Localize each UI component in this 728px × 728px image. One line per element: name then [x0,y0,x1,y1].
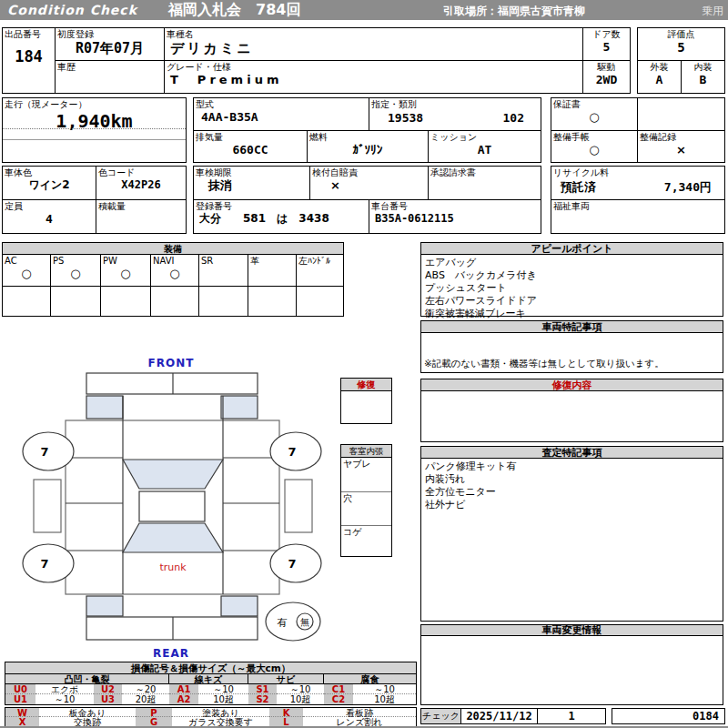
equipment-col-ac: AC ○ [3,255,51,286]
legend-value: ～20 [122,684,169,694]
cabin-interior-row-label: コゲ [341,526,391,538]
score-cell: 評価点 5 [638,28,724,61]
legend-group-dents: 凸凹・亀裂 [5,674,169,684]
model-code-value: 4AA-B35A [194,110,369,125]
appeal-header: アピールポイント [420,242,723,255]
model-code-label: 型式 [194,98,369,110]
equipment-col-pw: PW ○ [101,255,151,286]
assessment-line: 社外ナビ [425,499,719,511]
legend-value: 看板跡 [303,708,416,717]
legend-value-text: ～10 [290,684,311,694]
mileage-label: 走行（現メーター） [3,98,186,110]
equipment-label: AC [3,255,50,267]
grade-label: グレード・仕様 [165,61,582,73]
approval-label: 承認請求書 [429,167,541,178]
legend-code: U0 [5,684,35,694]
repair-detail-body [420,391,723,442]
cabin-interior-box: 客室内張 ヤブレ 穴 コゲ [340,444,392,557]
equipment-title: 装備 [3,243,343,255]
maintenance-record-cell: 整備記録 × [638,131,724,163]
lot-number-label: 出品番号 [3,28,55,40]
legend-code: P [136,708,172,717]
maintenance-record-value: × [638,143,724,157]
legend-code: U3 [94,694,122,704]
insurance-value: × [310,178,428,193]
legend-code: U1 [5,694,35,704]
legend-code: K [269,708,303,717]
legend-value: エクボ [35,684,94,694]
change-info-body [420,636,723,705]
model-name-label: 車種名 [165,28,582,40]
mileage-divider-solid [3,139,186,140]
damage-legend-table: 損傷記号＆損傷サイズ（～最大cm） 凸凹・亀裂 線キズ サビ 腐食 U0 エクボ… [5,662,417,705]
equipment-mark: ○ [3,267,50,281]
equipment-label: 革 [248,255,296,267]
appeal-line: 左右パワースライドドア [425,295,719,308]
mileage-box: 走行（現メーター） 1,940km [2,97,187,163]
cabin-interior-title-text: 客室内張 [349,446,384,456]
pickup-location: 引取場所：福岡県古賀市青柳 [443,4,585,19]
lot-number-value: 184 [3,47,55,66]
legend-group-label: サビ [277,674,295,684]
diagram-rear-label: REAR [153,647,189,660]
legend-value-text: 10超 [213,694,234,704]
recycle-table: リサイクル料 預託済 7,340円 福祉車両 [551,166,725,234]
equipment-col-sr: SR [199,255,248,286]
tread-depth-front-right: 7 [288,445,296,459]
equipment-label: SR [199,255,248,267]
legend-code: A1 [169,684,198,694]
cabin-interior-row-label: 穴 [341,492,391,504]
equipment-empty-cell [199,287,248,317]
legend-value-text: 20超 [136,694,157,704]
legend-title: 損傷記号＆損傷サイズ（～最大cm） [5,662,416,674]
score-value: 5 [638,40,724,56]
legend-value: ～10 [198,684,248,694]
change-info-header: 車両変更情報 [420,624,723,636]
title-bar: Condition Check 福岡入札会 784回 引取場所：福岡県古賀市青柳… [0,0,728,20]
check-count-cell: 1 [538,709,605,723]
legend-group-rust: サビ [248,674,324,684]
legend-value-text: 10超 [374,694,395,704]
exterior-grade-value: A [638,73,681,87]
transmission-value: AT [429,143,541,157]
registration-number-value: 大分 581 は 3438 [194,212,369,225]
tread-depth-front-left: 7 [40,445,48,459]
interior-grade-value: B [682,73,724,87]
legend-code-text: U2 [101,684,115,694]
legend-value: 10超 [277,694,324,704]
legend-code-text: U0 [14,684,27,694]
assessment-notes-header: 査定特記事項 [420,446,723,459]
doors-cell: ドア数 5 [583,28,630,61]
legend-code-text: C1 [332,684,345,694]
drive-cell: 駆動 2WD [583,61,630,93]
maintenance-book-value: ○ [551,143,637,157]
score-box: 評価点 5 外装 A 内装 B [637,27,725,94]
presence-no-label: 無 [300,617,309,627]
legend-group-corrosion: 腐食 [324,674,416,684]
appeal-body: エアバッグ ABS バックカメラ付き プッシュスタート 左右パワースライドドア … [420,255,723,317]
brand-logo: Condition Check [7,3,137,17]
equipment-mark: ○ [51,267,100,281]
warranty-value: ○ [551,110,637,125]
equipment-label: NAVI [151,255,198,267]
vehicle-notes-header: 車両特記事項 [420,320,723,333]
documents-table: 保証書 ○ 整備手帳 ○ 整備記録 × [551,97,725,163]
capacity-value: 4 [3,212,96,227]
presence-yes-label: 有 [278,617,288,629]
legend-code-text: A2 [177,694,191,704]
appeal-line: ABS バックカメラ付き [425,269,719,282]
appeal-title-text: アピールポイント [531,243,613,255]
recycle-fee-value: 7,340円 [664,180,712,195]
change-info-title-text: 車両変更情報 [542,624,602,636]
appeal-line: 衝突被害軽減ブレーキ [425,308,719,320]
history-cell: 車歴 [56,61,165,93]
assessment-notes-title-text: 査定特記事項 [542,447,602,459]
model-name-value: デリカミニ [165,40,582,56]
legend-group-scratch: 線キズ [169,674,248,684]
score-label: 評価点 [638,28,724,40]
class-number-2: 102 [503,111,524,126]
grade-cell: グレード・仕様 T Premium [165,61,583,93]
equipment-col-leather: 革 [248,255,297,286]
recycle-status-value: 預託済 [561,180,596,195]
color-code-cell: 色コード X42P26 [96,167,186,200]
